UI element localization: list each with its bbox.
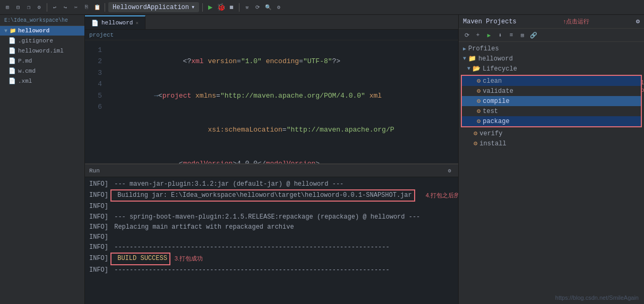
sync-icon[interactable]: ⟳ [253, 3, 262, 12]
maven-header: Maven Projects ↑点击运行 ⚙ [459, 15, 644, 29]
maven-add-btn[interactable]: + [473, 30, 483, 40]
info-tag-6: INFO] [89, 232, 108, 242]
code-line-3: xsi:schemaLocation="http://maven.apache.… [113, 113, 452, 147]
sidebar-item-md[interactable]: 📄 P.md [0, 56, 84, 66]
jar-path: Building jar: E:\Idea_workspace\hellowor… [110, 189, 415, 202]
sidebar-item-cmd[interactable]: 📄 w.cmd [0, 66, 84, 76]
console-settings-icon[interactable]: ⚙ [445, 167, 454, 175]
maven-download-btn[interactable]: ⬇ [495, 30, 505, 40]
line-num-5: 5 [85, 90, 102, 101]
sidebar-header: E:\Idea_workspace\he [0, 15, 84, 26]
toolbar-icon-5[interactable]: ↩ [50, 3, 59, 12]
watermark: https://blog.csdn.net/SmileAgain [555, 294, 639, 301]
toolbar-icon-1[interactable]: ⊞ [3, 3, 12, 12]
gear-icon-compile: ⚙ [477, 97, 480, 105]
test-label: test [483, 108, 498, 115]
sidebar-project-label: helloword [18, 28, 49, 34]
console-text-9: ----------------------------------------… [110, 265, 390, 275]
editor-tabs: 📄 helloword ✕ [85, 15, 458, 30]
console-line-1: INFO] --- maven-jar-plugin:3.1.2:jar (de… [89, 179, 454, 189]
line-num-2: 2 [85, 56, 102, 67]
app-title[interactable]: HellowordApplication ▾ [108, 2, 199, 12]
package-label: package [483, 118, 509, 125]
file-icon-iml: 📄 [8, 47, 16, 54]
toolbar-icon-9[interactable]: 📋 [93, 3, 101, 12]
maven-run-btn[interactable]: ▶ [484, 30, 494, 40]
tab-label: helloword [101, 20, 133, 26]
maven-settings-btn[interactable]: ⚙ [636, 18, 640, 25]
helloword-label: helloword [478, 55, 513, 63]
install-label: install [479, 140, 506, 147]
file-icon-xml: 📄 [8, 77, 16, 84]
line-num-4: 4 [85, 79, 102, 90]
sidebar-item-gitignore[interactable]: 📄 .gitignore [0, 36, 84, 46]
console-line-8: INFO] BUILD SUCCESS 3.打包成功 [89, 253, 454, 265]
tree-item-helloword[interactable]: ▼ 📁 helloword [459, 54, 644, 64]
settings-icon[interactable]: ⚙ [274, 3, 283, 12]
sidebar-item-xml[interactable]: 📄 .xml [0, 76, 84, 86]
left-sidebar: E:\Idea_workspace\he ▼ 📁 helloword 📄 .gi… [0, 15, 85, 304]
code-editor[interactable]: 1 2 3 4 5 6 <?xml version="1.0" encoding… [85, 40, 458, 163]
maven-refresh-btn[interactable]: ⟳ [462, 30, 471, 40]
line-num-3: 3 [85, 67, 102, 79]
run-button[interactable]: ▶ [206, 3, 214, 12]
profiles-expand-icon: ▶ [463, 46, 466, 52]
console-line-2: INFO] Building jar: E:\Idea_workspace\he… [89, 189, 454, 202]
separator-2 [105, 3, 105, 12]
line-num-6: 6 [85, 101, 102, 112]
toolbar-icon-7[interactable]: ✂ [72, 3, 80, 12]
maven-toolbar: ⟳ + ▶ ⬇ ≡ ⊞ 🔗 [459, 29, 644, 42]
build-icon[interactable]: ⚒ [243, 3, 251, 12]
separator-1 [47, 3, 47, 12]
tab-close-icon[interactable]: ✕ [135, 20, 138, 26]
code-content[interactable]: <?xml version="1.0" encoding="UTF-8"?> →… [106, 40, 458, 163]
toolbar-icon-3[interactable]: ❐ [24, 3, 33, 12]
main-layout: E:\Idea_workspace\he ▼ 📁 helloword 📄 .gi… [0, 15, 644, 304]
editor-tab-helloword[interactable]: 📄 helloword ✕ [85, 15, 145, 29]
tree-item-lifecycle[interactable]: ▼ 📂 Lifecycle [459, 64, 644, 74]
console-panel: Run ⚙ INFO] --- maven-jar-plugin:3.1.2:j… [85, 163, 458, 304]
toolbar-icon-4[interactable]: ⚙ [35, 3, 44, 12]
toolbar-icon-8[interactable]: ⎘ [82, 3, 91, 12]
stop-button[interactable]: ⏹ [227, 3, 236, 12]
tree-item-package[interactable]: ⚙ package [462, 116, 641, 126]
lifecycle-icon: 📂 [473, 65, 480, 73]
breadcrumb: project [85, 30, 458, 40]
maven-annotation-top: ↑点击运行 [563, 18, 590, 25]
file-icon-gitignore: 📄 [8, 37, 16, 44]
console-line-7: INFO] ----------------------------------… [89, 242, 454, 253]
maven-lifecycle-annotation: 1.以此选中clean compilepackage ⚙ clean ⚙ val… [461, 75, 642, 127]
info-tag-9: INFO] [89, 265, 108, 275]
helloword-expand-icon: ▼ [463, 56, 466, 62]
line-num-1: 1 [85, 45, 102, 56]
code-line-2: →<project xmlns="http://maven.apache.org… [113, 79, 452, 112]
breadcrumb-label: project [89, 32, 114, 38]
validate-label: validate [483, 88, 513, 95]
tree-item-clean[interactable]: ⚙ clean [462, 76, 641, 86]
app-title-label: HellowordApplication [113, 4, 189, 11]
console-text-1: --- maven-jar-plugin:3.1.2:jar (default-… [110, 179, 344, 189]
tab-icon: 📄 [91, 20, 99, 27]
info-tag-2: INFO] [89, 190, 108, 201]
console-content[interactable]: INFO] --- maven-jar-plugin:3.1.2:jar (de… [85, 177, 458, 304]
sidebar-item-root[interactable]: ▼ 📁 helloword [0, 26, 84, 36]
tree-item-install[interactable]: ⚙ install [459, 138, 644, 149]
maven-collapse-btn[interactable]: ≡ [506, 30, 516, 40]
console-text-5: Replacing main artifact with repackaged … [110, 222, 294, 232]
tree-item-verify[interactable]: ⚙ verify [459, 128, 644, 138]
tree-item-profiles[interactable]: ▶ Profiles [459, 44, 644, 54]
sidebar-item-iml[interactable]: 📄 helloword.iml [0, 46, 84, 56]
toolbar-icon-6[interactable]: ↪ [61, 3, 70, 12]
tree-item-compile[interactable]: ⚙ compile [462, 96, 641, 106]
toolbar-icon-2[interactable]: ⊟ [14, 3, 22, 12]
tree-item-test[interactable]: ⚙ test [462, 106, 641, 116]
maven-expand-btn[interactable]: ⊞ [518, 30, 527, 40]
maven-link-btn[interactable]: 🔗 [529, 30, 538, 40]
debug-button[interactable]: 🐞 [217, 3, 225, 12]
info-tag-8: INFO] [89, 254, 108, 264]
tree-item-validate[interactable]: ⚙ validate [462, 86, 641, 96]
code-line-4: <modelVersion>4.0.0</modelVersion> [113, 147, 452, 163]
gear-icon-package: ⚙ [477, 117, 480, 125]
search-icon[interactable]: 🔍 [264, 3, 272, 12]
console-line-3: INFO] [89, 202, 454, 212]
